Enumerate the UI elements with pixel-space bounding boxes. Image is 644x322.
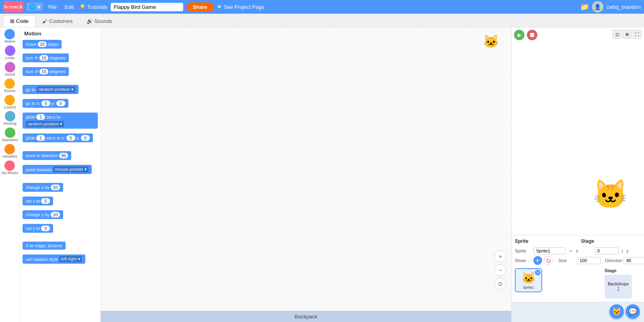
change-x-block[interactable]: change x by 10: [23, 183, 63, 192]
blocks-palette: Motion Looks Sound Events Control Sensin…: [0, 27, 20, 322]
stop-button[interactable]: [527, 30, 537, 40]
block-turn-ccw: turn ↺ 15 degrees: [23, 67, 98, 78]
operators-dot: [5, 127, 15, 138]
sprites-row: ✕ 🐱 Sprite1 Stage Backdrops 1: [515, 268, 641, 299]
sprite-name-input[interactable]: [533, 247, 566, 254]
sprites-list-container: ✕ 🐱 Sprite1: [515, 268, 601, 292]
palette-sound[interactable]: Sound: [4, 62, 15, 77]
motion-dot: [4, 29, 15, 39]
sprites-list: ✕ 🐱 Sprite1: [515, 268, 601, 292]
tab-code[interactable]: ⊞ Code: [3, 15, 35, 27]
palette-events[interactable]: Events: [4, 78, 16, 93]
block-goto-xy: go to x: 0 y: 0: [23, 99, 98, 110]
palette-myblocks[interactable]: My Blocks: [2, 160, 18, 175]
turn-ccw-block[interactable]: turn ↺ 15 degrees: [23, 67, 69, 76]
sprite-header-label: Sprite: [515, 238, 575, 244]
sub-tabs: ⊞ Code 🖌 Costumes 🔊 Sounds: [0, 14, 644, 27]
sprite-delete-button[interactable]: ✕: [535, 270, 541, 275]
zoom-fit-button[interactable]: ⊙: [494, 278, 506, 290]
glide-xy-block[interactable]: glide 1 secs to x: 0 y: 0: [23, 133, 93, 142]
tab-costumes[interactable]: 🖌 Costumes: [35, 15, 80, 27]
block-move: move 10 steps: [23, 40, 98, 51]
stop-icon: [530, 33, 534, 37]
username-label[interactable]: cwhq_brandon: [607, 4, 641, 10]
block-bounce: if on edge, bounce: [23, 242, 98, 252]
block-set-x: set x to 0: [23, 197, 98, 208]
backpack-bar[interactable]: Backpack: [101, 311, 511, 322]
block-glide-to: glide 1 secs to random position ▾: [23, 113, 98, 131]
direction-input[interactable]: [623, 257, 644, 264]
add-sprite-button[interactable]: 🐱: [609, 304, 624, 319]
main-layout: Motion Looks Sound Events Control Sensin…: [0, 27, 644, 322]
palette-control[interactable]: Control: [4, 95, 16, 110]
sprite-panel-header: Sprite Stage: [515, 238, 641, 244]
tutorials-button[interactable]: 💡 Tutorials: [79, 4, 107, 10]
see-project-button[interactable]: 👁 See Project Page: [217, 4, 264, 10]
show-label: Show: [515, 258, 531, 263]
tab-sounds[interactable]: 🔊 Sounds: [80, 15, 119, 27]
share-button[interactable]: Share: [186, 2, 214, 12]
palette-sensing[interactable]: Sensing: [3, 111, 17, 126]
category-title: Motion: [23, 31, 98, 37]
lightbulb-icon: 💡: [79, 4, 86, 10]
fullscreen-button[interactable]: ⛶: [633, 30, 642, 39]
palette-looks[interactable]: Looks: [5, 45, 15, 60]
zoom-out-button[interactable]: −: [494, 264, 506, 276]
sprite-fields-row2: Show 👁 🚫 Size Direction: [515, 256, 641, 265]
rotation-dropdown[interactable]: left-right ▾: [59, 256, 82, 262]
point-towards-dropdown[interactable]: mouse-pointer ▾: [53, 166, 88, 172]
y-label: y: [626, 248, 642, 253]
palette-variables[interactable]: Variables: [2, 144, 17, 159]
globe-button[interactable]: 🌐 ▾: [27, 3, 43, 11]
green-flag-button[interactable]: ▶: [514, 30, 524, 40]
folder-icon[interactable]: 📁: [580, 2, 589, 11]
point-towards-block[interactable]: point towards mouse-pointer ▾: [23, 165, 92, 174]
variables-dot: [4, 144, 15, 154]
show-visible-button[interactable]: 👁: [533, 256, 542, 265]
show-icons: 👁 🚫: [533, 256, 553, 265]
goto-dropdown[interactable]: random position ▾: [37, 86, 75, 92]
stage-cat-sprite: 🐱: [593, 178, 628, 211]
rotation-style-block[interactable]: set rotation style left-right ▾: [23, 254, 85, 264]
glide-to-block[interactable]: glide 1 secs to random position ▾: [23, 113, 98, 129]
sprite-add-buttons: 🐱: [609, 304, 624, 319]
zoom-controls: + − ⊙: [494, 250, 506, 290]
show-hidden-button[interactable]: 🚫: [544, 256, 553, 265]
size-label: Size: [558, 258, 574, 263]
palette-motion[interactable]: Motion: [4, 29, 15, 44]
sprite-name-label: Sprite: [515, 248, 531, 253]
block-rotation-style: set rotation style left-right ▾: [23, 254, 98, 266]
point-direction-block[interactable]: point in direction 90: [23, 151, 71, 160]
turn-cw-block[interactable]: turn ↻ 15 degrees: [23, 53, 69, 62]
small-stage-button[interactable]: ◫: [613, 30, 621, 39]
block-point-towards: point towards mouse-pointer ▾: [23, 165, 98, 176]
edit-menu[interactable]: Edit: [62, 3, 76, 11]
large-stage-button[interactable]: ⊞: [623, 30, 632, 39]
chat-button: 💬: [625, 304, 640, 319]
size-input[interactable]: [577, 257, 601, 264]
palette-operators[interactable]: Operators: [2, 127, 18, 142]
avatar[interactable]: 👤: [592, 1, 603, 12]
zoom-in-button[interactable]: +: [494, 250, 506, 263]
script-area[interactable]: 🐱 + − ⊙ Backpack: [101, 27, 511, 322]
glide-to-dropdown[interactable]: random position ▾: [26, 121, 64, 127]
events-dot: [4, 78, 15, 89]
file-menu[interactable]: File: [46, 3, 59, 11]
chat-icon-button[interactable]: 💬: [625, 304, 640, 319]
project-name-input[interactable]: [111, 3, 183, 11]
top-nav: Scratch 🌐 ▾ File Edit 💡 Tutorials Share …: [0, 0, 644, 14]
block-change-x: change x by 10: [23, 183, 98, 194]
set-x-block[interactable]: set x to 0: [23, 197, 53, 205]
goto-block[interactable]: go to random position ▾: [23, 85, 78, 94]
move-block[interactable]: move 10 steps: [23, 40, 62, 49]
sprite-thumb-sprite1[interactable]: ✕ 🐱 Sprite1: [515, 268, 542, 292]
x-input[interactable]: [594, 247, 619, 254]
blocks-list: Motion move 10 steps turn ↻ 15 degrees t…: [20, 27, 101, 322]
sprite-thumb-emoji: 🐱: [522, 271, 536, 285]
change-y-block[interactable]: change y by 10: [23, 210, 63, 219]
goto-xy-block[interactable]: go to x: 0 y: 0: [23, 99, 68, 108]
stage-mini-thumb[interactable]: Backdrops 1: [605, 275, 632, 299]
control-dot: [4, 95, 15, 105]
bounce-block[interactable]: if on edge, bounce: [23, 242, 66, 250]
set-y-block[interactable]: set y to 0: [23, 224, 53, 233]
